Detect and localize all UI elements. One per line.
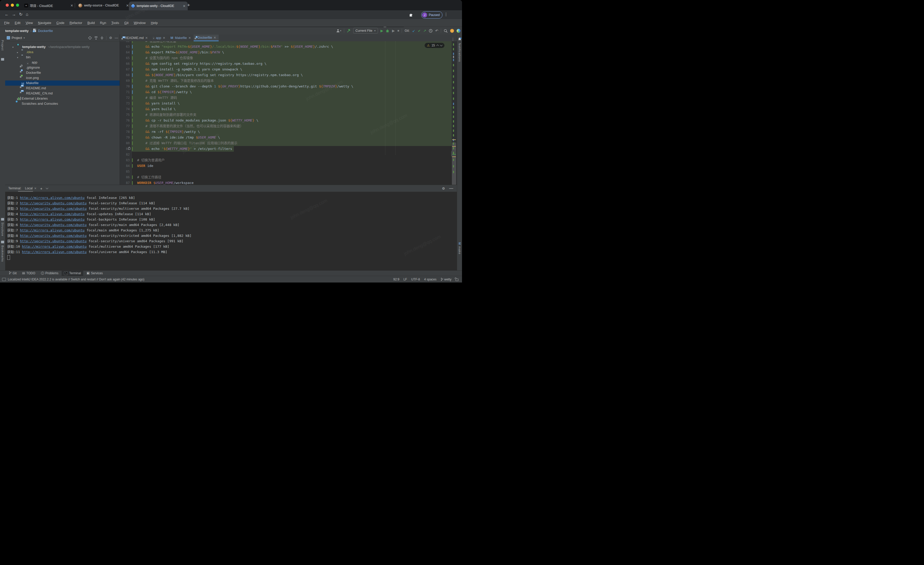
breadcrumb-project[interactable]: template-wetty bbox=[5, 29, 28, 33]
terminal-dropdown-icon[interactable] bbox=[46, 187, 48, 189]
tree-item-bin[interactable]: ▾bin bbox=[5, 55, 120, 60]
search-icon[interactable] bbox=[444, 29, 448, 33]
close-tab-icon[interactable]: ✕ bbox=[183, 4, 186, 8]
menu-item-code[interactable]: Code bbox=[54, 21, 67, 25]
menu-item-refactor[interactable]: Refactor bbox=[67, 21, 85, 25]
project-folder-icon[interactable] bbox=[1, 58, 4, 61]
tree-item-dockerfile[interactable]: DDockerfile bbox=[5, 70, 120, 75]
editor-scrollbar-stripe[interactable]: ‹ bbox=[452, 41, 457, 185]
user-profile-icon[interactable]: ▾ bbox=[336, 29, 341, 33]
terminal-url-link[interactable]: http://security.ubuntu.com/ubuntu bbox=[20, 201, 86, 205]
close-tab-icon[interactable]: ✕ bbox=[70, 4, 73, 8]
project-panel-title[interactable]: Project bbox=[12, 36, 22, 40]
editor-tab-readme.md[interactable]: MDREADME.md✕ bbox=[120, 35, 150, 41]
history-clock-icon[interactable] bbox=[429, 29, 433, 33]
debug-bug-icon[interactable] bbox=[386, 29, 389, 33]
stop-icon[interactable]: ■ bbox=[397, 29, 399, 32]
toolwindow-button-services[interactable]: ▶Services bbox=[84, 270, 105, 276]
terminal-url-link[interactable]: http://mirrors.aliyun.com/ubuntu bbox=[22, 245, 86, 248]
close-icon[interactable]: ✕ bbox=[145, 36, 148, 40]
traffic-light-close[interactable] bbox=[6, 4, 9, 7]
menu-item-edit[interactable]: Edit bbox=[12, 21, 23, 25]
menu-item-run[interactable]: Run bbox=[98, 21, 109, 25]
toolwindow-button-make[interactable]: make bbox=[458, 246, 461, 254]
close-icon[interactable]: ✕ bbox=[213, 36, 216, 39]
tree-item--idea[interactable]: ▸.idea bbox=[5, 50, 120, 55]
terminal-url-link[interactable]: http://security.ubuntu.com/ubuntu bbox=[20, 223, 86, 227]
unlock-icon[interactable] bbox=[456, 279, 458, 281]
gutter-bookmark-icon[interactable] bbox=[128, 147, 130, 150]
status-message[interactable]: Localized IntelliJ IDEA 2022.2.2 is avai… bbox=[8, 278, 144, 281]
traffic-light-zoom[interactable] bbox=[16, 4, 19, 7]
close-icon[interactable]: ✕ bbox=[34, 187, 37, 190]
prev-warning-icon[interactable] bbox=[436, 45, 439, 47]
tree-item-scratches-and-consoles[interactable]: Scratches and Consoles bbox=[5, 101, 120, 106]
back-icon[interactable]: ← bbox=[4, 12, 9, 17]
terminal-url-link[interactable]: http://mirrors.aliyun.com/ubuntu bbox=[22, 250, 86, 254]
toolwindow-button-terminal[interactable]: ›_Terminal bbox=[62, 270, 83, 276]
browser-menu-icon[interactable]: ⋮ bbox=[444, 12, 448, 17]
traffic-light-minimize[interactable] bbox=[11, 4, 14, 7]
git-branch-widget[interactable]: wetty bbox=[441, 278, 452, 281]
close-icon[interactable]: ✕ bbox=[163, 36, 165, 40]
browser-tab-2[interactable]: wetty-source - CloudIDE ✕ bbox=[76, 2, 131, 9]
tree-item-root[interactable]: ▾template-wetty~/workspace/template-wett… bbox=[5, 44, 120, 50]
build-hammer-icon[interactable] bbox=[347, 29, 351, 33]
menu-item-tools[interactable]: Tools bbox=[109, 21, 122, 25]
gear-icon[interactable]: ⚙ bbox=[109, 36, 112, 40]
new-tab-button[interactable]: + bbox=[187, 2, 190, 8]
rollback-icon[interactable]: ↶ bbox=[435, 29, 438, 33]
event-log-icon[interactable] bbox=[2, 278, 6, 281]
forward-icon[interactable]: → bbox=[12, 12, 16, 17]
terminal-url-link[interactable]: http://security.ubuntu.com/ubuntu bbox=[20, 239, 86, 243]
inspections-widget[interactable]: ⚠ 15 bbox=[424, 43, 444, 48]
terminal-url-link[interactable]: http://mirrors.aliyun.com/ubuntu bbox=[20, 218, 84, 221]
terminal-output[interactable]: 获取:1 http://mirrors.aliyun.com/ubuntu fo… bbox=[5, 192, 457, 270]
tree-item-readme-cn-md[interactable]: MDREADME_CN.md bbox=[5, 91, 120, 96]
toolwindow-button-notifications[interactable]: Notifications bbox=[458, 43, 461, 62]
home-icon[interactable]: ⌂ bbox=[26, 12, 28, 17]
toolwindow-button-problems[interactable]: !Problems bbox=[39, 270, 61, 276]
git-update-icon[interactable]: ↙ bbox=[412, 29, 416, 33]
terminal-settings-gear-icon[interactable]: ⚙ bbox=[442, 186, 445, 191]
tree-item-external-libraries[interactable]: External Libraries bbox=[5, 96, 120, 101]
tree-item-icon-png[interactable]: icon.png bbox=[5, 75, 120, 81]
bookmarks-icon[interactable] bbox=[1, 241, 4, 243]
toolwindow-button-git[interactable]: Git bbox=[6, 270, 19, 276]
extensions-puzzle-icon[interactable] bbox=[409, 13, 413, 17]
profile-button[interactable]: J Paused bbox=[421, 11, 442, 19]
tree-item-app[interactable]: ›app bbox=[5, 60, 120, 65]
make-m-icon[interactable]: M bbox=[458, 242, 461, 245]
indent-setting[interactable]: 4 spaces bbox=[424, 278, 436, 281]
toolwindow-button-structure[interactable]: Structure bbox=[1, 222, 4, 236]
terminal-url-link[interactable]: http://mirrors.aliyun.com/ubuntu bbox=[20, 228, 84, 232]
expand-all-icon[interactable] bbox=[94, 36, 98, 40]
line-separator[interactable]: LF bbox=[404, 278, 407, 281]
run-with-coverage-icon[interactable]: ▶ bbox=[392, 29, 395, 33]
ide-update-icon[interactable]: ↑ bbox=[450, 29, 454, 33]
locate-file-icon[interactable] bbox=[88, 36, 92, 40]
breadcrumb-file[interactable]: Dockerfile bbox=[38, 29, 53, 33]
chevron-down-icon[interactable]: ▾ bbox=[24, 37, 25, 39]
toolwindow-button-bookmarks[interactable]: Bookmarks bbox=[1, 245, 4, 262]
terminal-url-link[interactable]: http://mirrors.aliyun.com/ubuntu bbox=[20, 212, 84, 216]
editor-tab-dockerfile[interactable]: DDockerfile✕ bbox=[194, 35, 219, 41]
ide-assistant-icon[interactable] bbox=[457, 29, 460, 33]
chevron-right-icon[interactable]: ▸ bbox=[17, 51, 18, 54]
toolwindow-button-project[interactable]: Project bbox=[1, 40, 4, 51]
menu-item-build[interactable]: Build bbox=[85, 21, 98, 25]
reload-icon[interactable]: ↻ bbox=[19, 12, 22, 17]
close-tab-icon[interactable]: ✕ bbox=[126, 4, 129, 8]
collapse-all-icon[interactable] bbox=[100, 36, 104, 40]
hide-panel-icon[interactable]: — bbox=[115, 36, 118, 40]
browser-tab-active[interactable]: template-wetty - CloudIDE ✕ bbox=[129, 2, 188, 11]
new-terminal-icon[interactable]: + bbox=[40, 186, 42, 191]
terminal-url-link[interactable]: http://security.ubuntu.com/ubuntu bbox=[20, 207, 86, 210]
editor-content[interactable]: ⚠ 15 62# 设置路径环境变量63&& echo "export PATH=… bbox=[120, 41, 452, 185]
scrollbar-thumb[interactable] bbox=[452, 143, 456, 186]
editor-tab-makefile[interactable]: MMakefile✕ bbox=[168, 35, 194, 41]
file-encoding[interactable]: UTF-8 bbox=[411, 278, 420, 281]
next-warning-icon[interactable] bbox=[440, 44, 442, 47]
browser-tab-1[interactable]: ‹› 项目 - CloudIDE ✕ bbox=[22, 2, 75, 9]
menu-item-window[interactable]: Window bbox=[131, 21, 148, 25]
